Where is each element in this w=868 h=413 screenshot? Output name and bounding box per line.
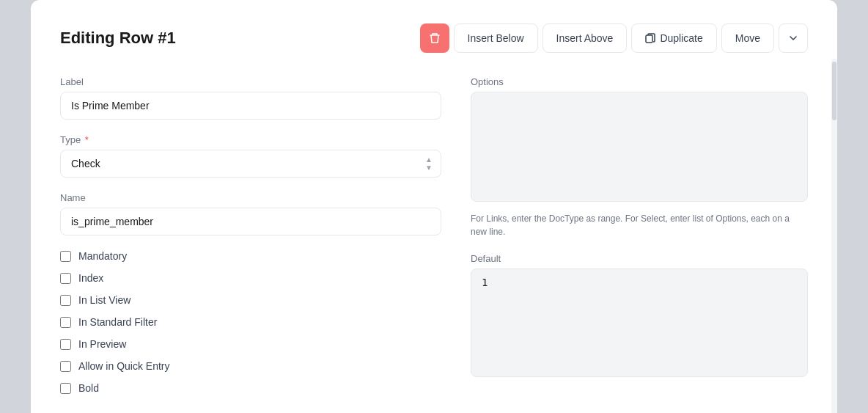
type-select[interactable]: Check Data Int Float Select Link Text Da… [60, 150, 441, 178]
allow-quick-entry-checkbox[interactable] [60, 361, 71, 372]
label-field-label: Label [60, 76, 441, 87]
left-panel: Label Type * Check Data Int Float Select… [60, 76, 441, 404]
options-hint: For Links, enter the DocType as range. F… [471, 212, 808, 238]
default-label: Default [471, 253, 808, 264]
more-options-button[interactable] [779, 23, 808, 53]
checkbox-in-list-view: In List View [60, 294, 441, 306]
allow-quick-entry-label[interactable]: Allow in Quick Entry [78, 360, 169, 372]
checkboxes-section: Mandatory Index In List View In Standard… [60, 250, 441, 394]
label-input[interactable] [60, 92, 441, 120]
options-textarea[interactable] [471, 92, 808, 202]
mandatory-checkbox[interactable] [60, 251, 71, 262]
scrollbar-track[interactable] [831, 59, 837, 413]
name-field-group: Name [60, 192, 441, 235]
svg-rect-0 [646, 35, 652, 43]
name-input[interactable] [60, 208, 441, 235]
insert-above-button[interactable]: Insert Above [542, 23, 628, 53]
in-preview-checkbox[interactable] [60, 339, 71, 350]
in-list-view-label[interactable]: In List View [78, 294, 130, 306]
editing-row-modal: Editing Row #1 Insert Below Insert Above… [31, 0, 837, 413]
required-indicator: * [82, 134, 89, 145]
options-label: Options [471, 76, 808, 87]
in-standard-filter-label[interactable]: In Standard Filter [78, 316, 157, 328]
bold-label[interactable]: Bold [78, 382, 99, 394]
type-select-wrapper: Check Data Int Float Select Link Text Da… [60, 150, 441, 178]
checkbox-mandatory: Mandatory [60, 250, 441, 262]
checkbox-bold: Bold [60, 382, 441, 394]
checkbox-in-standard-filter: In Standard Filter [60, 316, 441, 328]
name-field-label: Name [60, 192, 441, 203]
checkbox-index: Index [60, 272, 441, 284]
mandatory-label[interactable]: Mandatory [78, 250, 127, 262]
duplicate-button[interactable]: Duplicate [631, 23, 716, 53]
index-label[interactable]: Index [78, 272, 103, 284]
duplicate-icon [645, 33, 655, 43]
default-textarea[interactable] [471, 268, 808, 377]
bold-checkbox[interactable] [60, 383, 71, 394]
in-standard-filter-checkbox[interactable] [60, 317, 71, 328]
checkbox-allow-quick-entry: Allow in Quick Entry [60, 360, 441, 372]
delete-button[interactable] [420, 23, 449, 53]
scrollbar-thumb [832, 62, 836, 120]
in-preview-label[interactable]: In Preview [78, 338, 126, 350]
default-field-group: Default [471, 253, 808, 380]
page-title: Editing Row #1 [60, 29, 176, 48]
trash-icon [429, 32, 441, 44]
checkbox-in-preview: In Preview [60, 338, 441, 350]
right-panel: Options For Links, enter the DocType as … [471, 76, 808, 404]
index-checkbox[interactable] [60, 273, 71, 284]
move-button[interactable]: Move [721, 23, 774, 53]
label-field-group: Label [60, 76, 441, 120]
options-field-group: Options For Links, enter the DocType as … [471, 76, 808, 238]
chevron-down-icon [788, 33, 798, 43]
type-field-label: Type * [60, 134, 441, 145]
header-actions: Insert Below Insert Above Duplicate Move [420, 23, 808, 53]
insert-below-button[interactable]: Insert Below [454, 23, 538, 53]
in-list-view-checkbox[interactable] [60, 295, 71, 306]
modal-header: Editing Row #1 Insert Below Insert Above… [60, 23, 808, 53]
main-content: Label Type * Check Data Int Float Select… [60, 76, 808, 404]
type-field-group: Type * Check Data Int Float Select Link … [60, 134, 441, 178]
